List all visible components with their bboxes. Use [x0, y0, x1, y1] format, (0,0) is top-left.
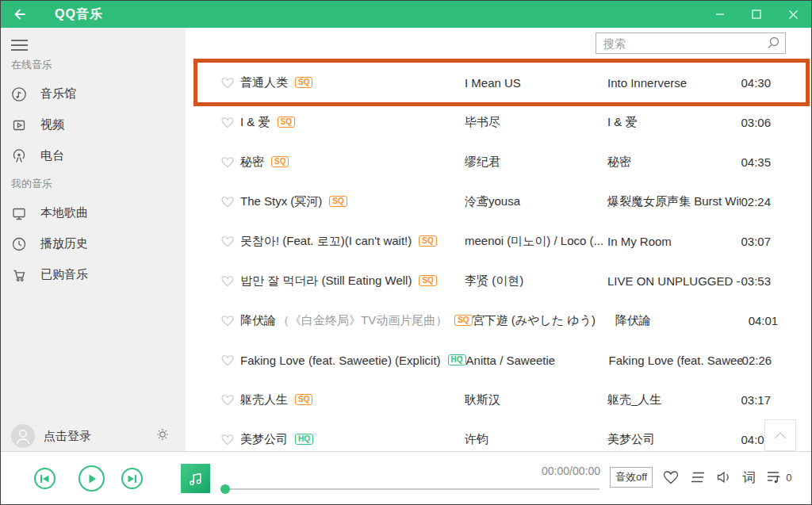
song-album[interactable]: 躯壳_人生 — [607, 392, 741, 407]
song-title[interactable]: Faking Love (feat. Saweetie) (Explicit) — [240, 354, 441, 367]
scroll-to-top-button[interactable] — [764, 419, 796, 451]
song-duration: 04:30 — [741, 76, 771, 90]
play-button[interactable] — [79, 465, 105, 492]
quality-badge: SQ — [295, 394, 312, 405]
song-row[interactable]: 躯壳人生 SQ 耿斯汉 躯壳_人生 03:17 — [186, 380, 811, 419]
previous-track-button[interactable] — [34, 468, 56, 489]
song-album[interactable]: Into Innerverse — [607, 76, 741, 90]
settings-gear-icon[interactable] — [155, 427, 170, 446]
progress-bar[interactable] — [225, 488, 599, 490]
song-artist[interactable]: 缪纪君 — [465, 155, 607, 170]
sidebar-item-label: 本地歌曲 — [40, 205, 88, 220]
music-hall-icon — [11, 86, 27, 102]
favorite-heart-icon[interactable] — [220, 353, 235, 367]
song-title[interactable]: The Styx (冥河) — [240, 194, 322, 209]
favorite-heart-icon[interactable] — [220, 313, 235, 327]
maximize-button[interactable] — [738, 1, 775, 28]
favorite-heart-icon[interactable] — [220, 432, 235, 446]
song-row[interactable]: The Styx (冥河) SQ 泠鸢yousa 爆裂魔女原声集 Burst W… — [186, 182, 811, 221]
back-button[interactable] — [4, 1, 36, 28]
song-album[interactable]: 爆裂魔女原声集 Burst Wit... — [607, 194, 741, 209]
main-content: 普通人类 SQ I Mean US Into Innerverse 04:30 … — [186, 28, 811, 451]
close-button[interactable] — [775, 1, 811, 28]
song-album[interactable]: 秘密 — [607, 155, 741, 170]
search-input[interactable] — [596, 33, 786, 54]
song-album[interactable]: 降伏論 — [615, 313, 749, 328]
play-mode-icon[interactable] — [689, 470, 707, 484]
playlist-icon[interactable] — [765, 469, 783, 485]
song-album[interactable]: In My Room — [607, 235, 741, 248]
favorite-heart-icon[interactable] — [662, 469, 680, 485]
favorite-heart-icon[interactable] — [220, 392, 235, 407]
time-display: 00:00/00:00 — [542, 465, 600, 477]
favorite-heart-icon[interactable] — [220, 194, 235, 209]
song-artist[interactable]: 李贤 (이현) — [465, 274, 607, 289]
song-title-cell: 躯壳人生 SQ — [220, 392, 465, 407]
song-title[interactable]: 躯壳人生 — [240, 392, 288, 407]
song-title[interactable]: 降伏論 — [240, 313, 276, 328]
next-track-button[interactable] — [121, 468, 143, 489]
song-row[interactable]: 秘密 SQ 缪纪君 秘密 04:35 — [186, 142, 811, 182]
song-title-cell: 秘密 SQ — [220, 155, 465, 170]
song-album[interactable]: LIVE ON UNPLUGGED - ... — [607, 274, 741, 288]
app-title: QQ音乐 — [55, 6, 103, 23]
sound-effect-button[interactable]: 音效off — [610, 467, 653, 488]
favorite-heart-icon[interactable] — [220, 155, 235, 169]
song-row[interactable]: 普通人类 SQ I Mean US Into Innerverse 04:30 — [193, 59, 810, 106]
song-album[interactable]: 美梦公司 — [607, 432, 741, 447]
song-title-cell: Faking Love (feat. Saweetie) (Explicit) … — [220, 353, 466, 367]
song-title[interactable]: 밥만 잘 먹더라 (Still Eating Well) — [240, 274, 412, 289]
sidebar-item-label: 音乐馆 — [40, 86, 76, 101]
login-button[interactable]: 点击登录 — [44, 429, 91, 444]
avatar[interactable] — [11, 424, 35, 448]
song-artist[interactable]: 宮下遊 (みやした ゆう) — [473, 313, 615, 328]
song-row[interactable]: 못참아! (Feat. 로꼬)(I can't wait!) SQ meenoi… — [186, 221, 811, 261]
song-title-cell: I & 爱 SQ — [220, 115, 465, 130]
song-artist[interactable]: I Mean US — [465, 76, 607, 90]
song-album[interactable]: Faking Love (feat. Saweet... — [609, 354, 742, 367]
sidebar-item-purchased-music[interactable]: 已购音乐 — [1, 259, 186, 290]
song-row[interactable]: 美梦公司 HQ 许钧 美梦公司 04:09 — [186, 419, 811, 451]
song-row[interactable]: 降伏論 （《白金终局》TV动画片尾曲） SQ 宮下遊 (みやした ゆう) 降伏論… — [186, 300, 811, 340]
song-album[interactable]: I & 爱 — [607, 115, 741, 130]
menu-toggle-button[interactable] — [11, 37, 30, 53]
quality-badge: HQ — [295, 434, 313, 445]
player-bar: 00:00/00:00 音效off 词 — [1, 451, 811, 504]
sidebar-item-play-history[interactable]: 播放历史 — [1, 228, 186, 259]
search-icon[interactable] — [766, 36, 780, 53]
album-art-placeholder[interactable] — [181, 464, 210, 493]
song-duration: 03:53 — [741, 274, 771, 288]
song-row[interactable]: I & 爱 SQ 毕书尽 I & 爱 03:06 — [186, 102, 811, 142]
sidebar-item-video[interactable]: 视频 — [1, 109, 186, 140]
lyrics-button[interactable]: 词 — [742, 469, 756, 487]
song-title[interactable]: 普通人类 — [240, 75, 288, 90]
favorite-heart-icon[interactable] — [220, 115, 235, 129]
clock-icon — [11, 236, 27, 252]
song-title[interactable]: 秘密 — [240, 155, 264, 170]
section-online-music: 在线音乐 — [11, 58, 186, 72]
song-artist[interactable]: meenoi (미노이) / Loco (... — [465, 234, 607, 249]
quality-badge: SQ — [419, 275, 436, 286]
progress-handle[interactable] — [220, 484, 230, 494]
song-artist[interactable]: 许钧 — [465, 432, 607, 447]
sidebar: 在线音乐 音乐馆 视频 — [1, 28, 186, 453]
song-artist[interactable]: 毕书尽 — [465, 115, 607, 130]
song-list: 普通人类 SQ I Mean US Into Innerverse 04:30 … — [186, 63, 811, 451]
song-row[interactable]: Faking Love (feat. Saweetie) (Explicit) … — [186, 340, 811, 380]
sidebar-item-radio[interactable]: 电台 — [1, 140, 186, 171]
song-duration: 03:06 — [741, 116, 771, 129]
favorite-heart-icon[interactable] — [220, 274, 235, 288]
song-artist[interactable]: 耿斯汉 — [465, 392, 607, 407]
minimize-button[interactable] — [702, 1, 738, 28]
sidebar-item-local-songs[interactable]: 本地歌曲 — [1, 197, 186, 228]
volume-icon[interactable] — [716, 470, 733, 484]
song-title[interactable]: 美梦公司 — [240, 432, 288, 447]
song-artist[interactable]: 泠鸢yousa — [465, 194, 607, 209]
favorite-heart-icon[interactable] — [220, 234, 235, 248]
favorite-heart-icon[interactable] — [220, 75, 235, 90]
song-artist[interactable]: Anitta / Saweetie — [466, 354, 609, 367]
song-row[interactable]: 밥만 잘 먹더라 (Still Eating Well) SQ 李贤 (이현) … — [186, 261, 811, 300]
song-title[interactable]: 못참아! (Feat. 로꼬)(I can't wait!) — [240, 234, 412, 249]
song-title[interactable]: I & 爱 — [240, 115, 270, 130]
sidebar-item-music-hall[interactable]: 音乐馆 — [1, 78, 186, 109]
